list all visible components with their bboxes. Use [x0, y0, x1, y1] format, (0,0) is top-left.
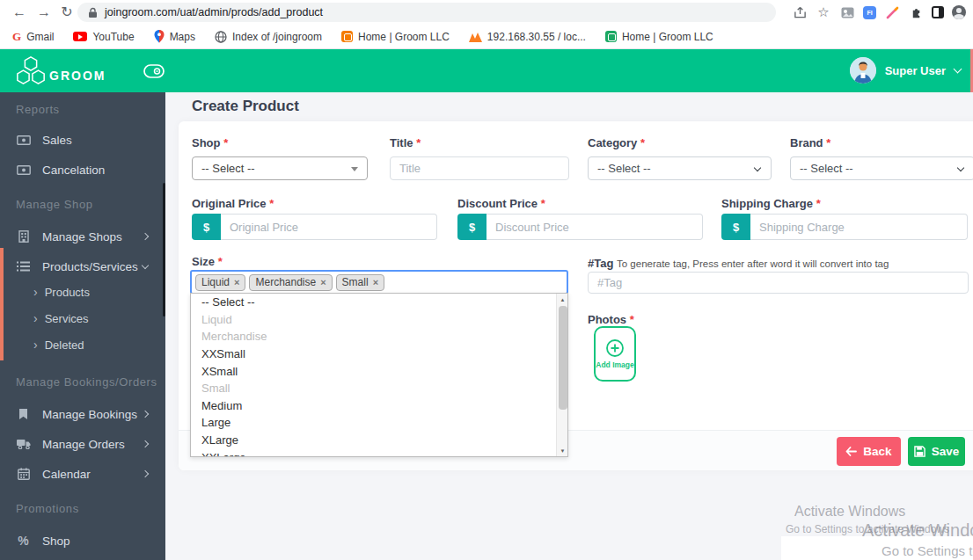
- brand-select[interactable]: -- Select --: [790, 156, 973, 180]
- list-icon: [16, 261, 31, 272]
- save-button[interactable]: Save: [908, 437, 965, 466]
- original-price-input[interactable]: [221, 214, 437, 240]
- section-promotions: Promotions: [16, 502, 79, 515]
- activate-windows-text: Activate Windows: [794, 504, 905, 520]
- bookmark-index[interactable]: Index of /joingroom: [215, 31, 322, 43]
- chevron-down-icon: [957, 164, 964, 171]
- chevron-down-icon: [754, 164, 761, 171]
- bookmark-gmail[interactable]: G Gmail: [12, 30, 54, 44]
- sidebar-subitem-deleted[interactable]: › Deleted: [33, 338, 84, 352]
- scroll-down-icon[interactable]: ▼: [557, 445, 568, 456]
- url-text: joingroom.com/uat/admin/prods/add_produc…: [105, 6, 323, 18]
- app-header: GROOM Super User: [0, 49, 973, 92]
- size-option: Small: [191, 380, 567, 397]
- browser-toolbar: ← → ↻ joingroom.com/uat/admin/prods/add_…: [0, 0, 973, 25]
- browser-profile-icon[interactable]: [952, 5, 966, 19]
- size-option: Merchandise: [191, 328, 567, 345]
- photos-label: Photos: [588, 313, 626, 326]
- user-avatar: [850, 57, 876, 84]
- size-option[interactable]: XSmall: [191, 362, 567, 380]
- sidebar-item-sales[interactable]: Sales: [0, 129, 165, 150]
- brand-name: GROOM: [49, 69, 106, 83]
- green-favicon: [605, 31, 617, 42]
- chevron-right-icon: [142, 470, 149, 477]
- browser-back-button[interactable]: ←: [9, 2, 30, 23]
- bookmark-maps[interactable]: Maps: [154, 30, 195, 43]
- size-option[interactable]: Medium: [191, 397, 567, 415]
- percent-icon: %: [16, 534, 31, 548]
- pen-extension-icon[interactable]: [884, 4, 900, 20]
- side-panel-icon[interactable]: [932, 6, 944, 18]
- user-menu[interactable]: Super User: [850, 57, 961, 84]
- arrow-left-icon: [845, 447, 857, 456]
- section-manage-shop: Manage Shop: [16, 198, 93, 211]
- remove-tag-icon[interactable]: ×: [234, 277, 239, 287]
- youtube-icon: [73, 32, 87, 41]
- calendar-icon: [16, 468, 31, 480]
- sidebar-item-manage-orders[interactable]: Manage Orders: [0, 433, 165, 455]
- category-label: Category: [588, 136, 637, 149]
- bookmark-youtube[interactable]: YouTube: [73, 31, 134, 43]
- discount-price-group: $: [457, 214, 703, 240]
- bookmark-icon: [16, 408, 31, 420]
- sidebar-subitem-services[interactable]: › Services: [33, 311, 89, 325]
- shipping-charge-label: Shipping Charge: [721, 197, 813, 210]
- size-option[interactable]: XXSmall: [191, 345, 567, 363]
- sidebar-item-shop[interactable]: % Shop: [0, 530, 165, 551]
- globe-icon: [215, 31, 227, 43]
- sidebar-item-cancelation[interactable]: Cancelation: [0, 159, 165, 180]
- title-input[interactable]: [390, 156, 569, 180]
- shipping-charge-input[interactable]: [750, 214, 968, 240]
- sidebar-item-manage-bookings[interactable]: Manage Bookings: [0, 404, 165, 425]
- remove-tag-icon[interactable]: ×: [373, 277, 378, 287]
- sidebar-toggle-icon[interactable]: [143, 64, 165, 78]
- size-tag: Merchandise ×: [249, 274, 332, 291]
- remove-tag-icon[interactable]: ×: [320, 277, 326, 287]
- shop-label: Shop: [192, 136, 221, 149]
- share-icon[interactable]: [792, 4, 808, 20]
- chevron-right-icon: [142, 440, 149, 447]
- title-label: Title: [390, 136, 413, 149]
- main-content: Create Product Shop * Title * Category *…: [165, 92, 973, 560]
- size-option[interactable]: XLarge: [191, 432, 567, 449]
- size-multiselect[interactable]: Liquid × Merchandise × Small ×: [190, 270, 568, 295]
- chevron-down-icon: [142, 262, 149, 269]
- sidebar-item-manage-shops[interactable]: Manage Shops: [0, 226, 165, 247]
- activate-windows-subtext-large: Go to Settings to activ: [882, 543, 973, 558]
- size-option[interactable]: XXLarge: [191, 448, 567, 457]
- bookmark-home-groom-1[interactable]: Home | Groom LLC: [341, 31, 450, 43]
- extensions-puzzle-icon[interactable]: [908, 4, 924, 20]
- bookmark-home-groom-2[interactable]: Home | Groom LLC: [605, 31, 713, 43]
- photos-extension-icon[interactable]: [839, 4, 855, 20]
- scroll-up-icon[interactable]: ▲: [557, 294, 568, 305]
- size-tag: Liquid ×: [195, 274, 245, 291]
- required-marker: *: [223, 136, 228, 149]
- money-icon: [16, 135, 31, 145]
- fi-extension-icon[interactable]: FI: [863, 6, 876, 19]
- sidebar-item-calendar[interactable]: Calendar: [0, 463, 165, 484]
- scrollbar-thumb[interactable]: [559, 306, 567, 410]
- sidebar-subitem-products[interactable]: › Products: [33, 285, 90, 299]
- sidebar-item-products-services[interactable]: Products/Services: [0, 256, 165, 277]
- gmail-icon: G: [12, 30, 21, 44]
- browser-forward-button[interactable]: →: [33, 2, 55, 23]
- size-option[interactable]: -- Select --: [191, 294, 567, 311]
- address-bar[interactable]: joingroom.com/uat/admin/prods/add_produc…: [77, 3, 776, 22]
- bookmark-xampp[interactable]: 192.168.30.55 / loc...: [469, 31, 586, 43]
- size-tag: Small ×: [336, 274, 384, 291]
- dropdown-scrollbar[interactable]: ▲ ▼: [556, 294, 567, 456]
- browser-reload-button[interactable]: ↻: [56, 2, 77, 23]
- hashtag-label: #Tag: [588, 257, 613, 270]
- back-button[interactable]: Back: [837, 437, 901, 466]
- category-select[interactable]: -- Select --: [588, 156, 772, 180]
- screen: ← → ↻ joingroom.com/uat/admin/prods/add_…: [0, 0, 973, 560]
- shop-select[interactable]: -- Select --: [192, 156, 368, 180]
- bookmark-star-icon[interactable]: ☆: [816, 4, 831, 20]
- add-image-button[interactable]: Add Image: [594, 326, 636, 382]
- bookmarks-bar: G Gmail YouTube Maps Index of /joingroom…: [0, 25, 973, 49]
- hashtag-input[interactable]: [588, 272, 969, 294]
- discount-price-input[interactable]: [486, 214, 703, 240]
- chevron-right-icon: [142, 411, 149, 418]
- size-option[interactable]: Large: [191, 414, 567, 432]
- shipping-charge-group: $: [721, 214, 968, 240]
